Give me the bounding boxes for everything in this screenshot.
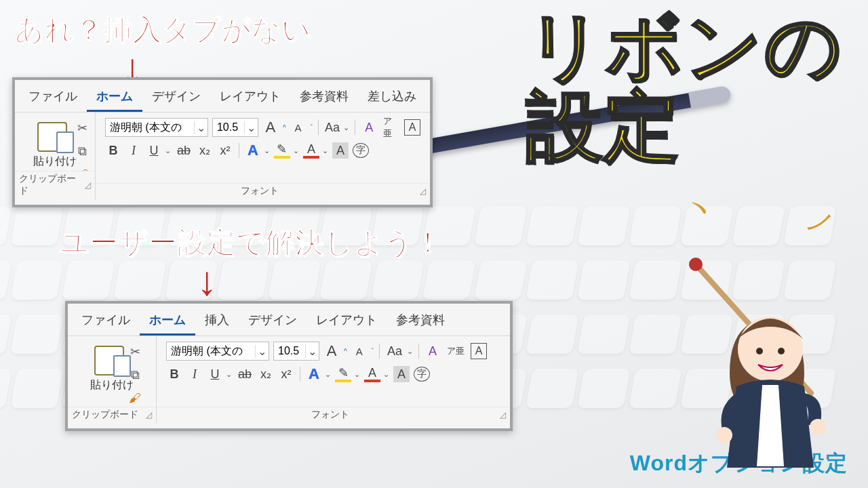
tab-layout[interactable]: レイアウト	[210, 84, 290, 112]
subscript-button[interactable]: x₂	[197, 142, 213, 159]
char-shading-icon[interactable]: A	[393, 366, 410, 382]
font-size-input[interactable]	[213, 121, 244, 134]
text-effects-icon[interactable]: A	[306, 366, 322, 382]
ribbon-tabs: ファイル ホーム デザイン レイアウト 参考資料 差し込み	[15, 80, 430, 112]
tab-references[interactable]: 参考資料	[387, 308, 454, 336]
ribbon-before: ファイル ホーム デザイン レイアウト 参考資料 差し込み 貼り付け ✂ ⧉ 🖌…	[12, 77, 433, 207]
italic-button[interactable]: I	[186, 366, 203, 382]
change-case-icon[interactable]: Aa	[385, 343, 404, 359]
italic-button[interactable]: I	[125, 142, 142, 159]
shrink-font-icon[interactable]: A	[351, 343, 368, 359]
font-name-combo[interactable]: ⌄	[105, 118, 208, 137]
group-label: フォント	[241, 185, 279, 197]
dialog-launcher-icon[interactable]: ◿	[420, 186, 426, 196]
superscript-button[interactable]: x²	[217, 142, 233, 159]
svg-point-5	[716, 427, 732, 443]
tab-design[interactable]: デザイン	[239, 308, 307, 336]
font-color-icon[interactable]: A	[364, 366, 380, 382]
tab-file[interactable]: ファイル	[19, 84, 87, 112]
char-border-icon[interactable]: A	[471, 343, 487, 359]
font-name-combo[interactable]: ⌄	[166, 342, 269, 361]
shrink-font-icon[interactable]: A	[290, 119, 307, 136]
tab-home[interactable]: ホーム	[140, 308, 195, 336]
grow-font-icon[interactable]: A	[262, 119, 279, 136]
cut-icon[interactable]: ✂	[126, 343, 144, 361]
strikethrough-button[interactable]: ab	[175, 142, 193, 159]
svg-point-3	[756, 348, 763, 354]
enclose-char-icon[interactable]: 字	[414, 367, 430, 382]
phonetic-guide-icon[interactable]: ア亜	[445, 343, 467, 359]
paste-label[interactable]: 貼り付け	[33, 155, 77, 169]
clear-format-icon[interactable]: A	[425, 343, 441, 359]
teacher-character	[682, 237, 859, 481]
tab-home[interactable]: ホーム	[87, 84, 142, 112]
format-painter-icon[interactable]: 🖌	[126, 389, 144, 407]
font-name-input[interactable]	[167, 345, 255, 357]
group-clipboard: 貼り付け ✂ ⧉ 🖌 クリップボード◿	[68, 336, 156, 424]
callout-solution: ユーザー設定で解決しよう！	[60, 224, 443, 262]
group-font: ⌄ ⌄ A^ Aˇ Aa⌄ A ア亜 A B I U⌄ ab x₂ x² A⌄	[95, 113, 430, 200]
subscript-button[interactable]: x₂	[258, 366, 274, 382]
paste-icon[interactable]	[37, 119, 73, 152]
chevron-down-icon[interactable]: ⌄	[305, 345, 319, 358]
char-shading-icon[interactable]: A	[332, 142, 349, 159]
highlight-icon[interactable]: ✎	[274, 142, 290, 159]
group-label: クリップボード	[72, 409, 138, 421]
phonetic-guide-icon[interactable]: ア亜	[381, 119, 400, 136]
grow-font-icon[interactable]: A	[323, 343, 340, 359]
copy-icon[interactable]: ⧉	[126, 366, 144, 384]
tab-file[interactable]: ファイル	[72, 308, 140, 336]
change-case-icon[interactable]: Aa	[324, 119, 341, 136]
group-clipboard: 貼り付け ✂ ⧉ 🖌 クリップボード◿	[15, 113, 95, 200]
group-font: ⌄ ⌄ A^ Aˇ Aa⌄ A ア亜 A B I U⌄ ab x₂ x² A⌄	[156, 336, 510, 424]
group-label: フォント	[311, 409, 349, 421]
chevron-down-icon[interactable]: ⌄	[194, 121, 208, 134]
copy-icon[interactable]: ⧉	[73, 142, 91, 160]
arrow-icon: ↓	[197, 258, 217, 304]
callout-missing-tab: あれ？挿入タブがない	[15, 11, 311, 49]
tab-insert[interactable]: 挿入	[195, 308, 239, 336]
strikethrough-button[interactable]: ab	[236, 366, 254, 382]
dialog-launcher-icon[interactable]: ◿	[146, 410, 152, 420]
font-size-combo[interactable]: ⌄	[273, 342, 319, 361]
chevron-down-icon[interactable]: ⌄	[255, 345, 269, 358]
tab-references[interactable]: 参考資料	[290, 84, 358, 112]
enclose-char-icon[interactable]: 字	[353, 143, 369, 158]
dialog-launcher-icon[interactable]: ◿	[85, 180, 91, 190]
tab-layout[interactable]: レイアウト	[307, 308, 387, 336]
font-size-combo[interactable]: ⌄	[212, 118, 258, 137]
ribbon-tabs: ファイル ホーム 挿入 デザイン レイアウト 参考資料	[68, 304, 510, 336]
superscript-button[interactable]: x²	[278, 366, 294, 382]
ribbon-after: ファイル ホーム 挿入 デザイン レイアウト 参考資料 貼り付け ✂ ⧉ 🖌 ク…	[65, 301, 513, 431]
char-border-icon[interactable]: A	[404, 119, 420, 136]
svg-point-4	[778, 348, 785, 354]
chevron-down-icon[interactable]: ⌄	[244, 121, 258, 134]
paste-icon[interactable]	[94, 343, 130, 375]
text-effects-icon[interactable]: A	[245, 142, 261, 159]
main-title: リボンの設定	[526, 7, 844, 166]
dialog-launcher-icon[interactable]: ◿	[500, 410, 506, 420]
cut-icon[interactable]: ✂	[73, 119, 91, 137]
group-label: クリップボード	[19, 173, 85, 197]
font-name-input[interactable]	[106, 121, 194, 134]
font-color-icon[interactable]: A	[303, 142, 319, 159]
svg-point-6	[810, 419, 826, 435]
underline-button[interactable]: U	[207, 366, 223, 382]
bold-button[interactable]: B	[105, 142, 121, 159]
underline-button[interactable]: U	[146, 142, 162, 159]
tab-mailings[interactable]: 差し込み	[358, 84, 426, 112]
svg-point-1	[689, 258, 703, 271]
font-size-input[interactable]	[274, 345, 305, 357]
tab-design[interactable]: デザイン	[142, 84, 210, 112]
bold-button[interactable]: B	[166, 366, 182, 382]
clear-format-icon[interactable]: A	[361, 119, 377, 136]
highlight-icon[interactable]: ✎	[335, 366, 351, 382]
